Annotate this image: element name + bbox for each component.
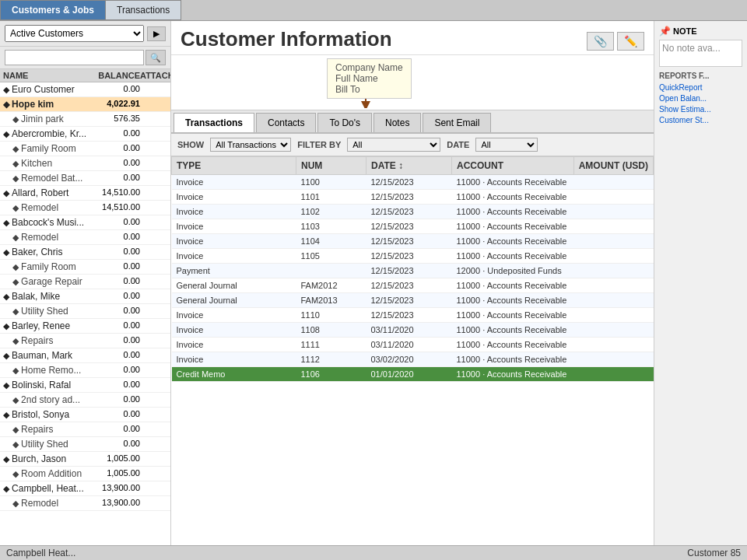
customer-stmt-link[interactable]: Customer St... <box>659 116 742 124</box>
list-item[interactable]: ◆ Abercrombie, Kr... 0.00 <box>0 127 170 142</box>
list-item[interactable]: ◆ Allard, Robert 14,510.00 <box>0 186 170 201</box>
list-item[interactable]: ◆ Utility Shed 0.00 <box>0 437 170 452</box>
list-item[interactable]: ◆ Family Room 0.00 <box>0 142 170 156</box>
list-item[interactable]: ◆ Remodel 13,900.00 <box>0 496 170 511</box>
table-row[interactable]: Invoice 1104 12/15/2023 11000 · Accounts… <box>172 234 654 249</box>
list-item[interactable]: ◆ Barley, Renee 0.00 <box>0 319 170 334</box>
col-num[interactable]: NUM <box>296 157 366 175</box>
paperclip-button[interactable]: 📎 <box>587 32 614 51</box>
tab-contacts[interactable]: Contacts <box>256 113 316 132</box>
table-row[interactable]: General Journal FAM2012 12/15/2023 11000… <box>172 278 654 293</box>
filter-select[interactable]: All <box>347 138 440 152</box>
table-row[interactable]: Invoice 1105 12/15/2023 11000 · Accounts… <box>172 249 654 264</box>
col-header-attach: ATTACH <box>140 71 167 80</box>
list-item[interactable]: ◆ Bristol, Sonya 0.00 <box>0 408 170 422</box>
list-item[interactable]: ◆ Utility Shed 0.00 <box>0 304 170 319</box>
table-row[interactable]: Invoice 1111 03/11/2020 11000 · Accounts… <box>172 338 654 352</box>
table-row[interactable]: Invoice 1112 03/02/2020 11000 · Accounts… <box>172 352 654 367</box>
list-item[interactable]: ◆ Kitchen 0.00 <box>0 156 170 171</box>
date-select[interactable]: All <box>475 138 538 152</box>
list-item[interactable]: ◆ Family Room 0.00 <box>0 260 170 275</box>
customer-list: ◆ Euro Customer 0.00 ◆ Hope kim 4,022.91… <box>0 82 170 545</box>
tab-todos[interactable]: To Do's <box>317 113 372 132</box>
table-row[interactable]: Invoice 1101 12/15/2023 11000 · Accounts… <box>172 190 654 205</box>
table-row[interactable]: Credit Memo 1106 01/01/2020 11000 · Acco… <box>172 367 654 382</box>
page-title: Customer Information <box>181 27 587 51</box>
col-header-name: NAME <box>3 71 89 80</box>
customer-count: Customer 85 <box>687 548 741 558</box>
transactions-table-container: TYPE NUM DATE ↕ ACCOUNT <box>171 156 654 545</box>
list-item[interactable]: ◆ Remodel 14,510.00 <box>0 201 170 215</box>
table-row[interactable]: Invoice 1108 03/11/2020 11000 · Accounts… <box>172 323 654 338</box>
table-row[interactable]: Invoice 1102 12/15/2023 11000 · Accounts… <box>172 205 654 219</box>
show-select[interactable]: All Transactions Invoices Payments Credi… <box>210 138 291 152</box>
list-item[interactable]: ◆ Remodel Bat... 0.00 <box>0 171 170 186</box>
list-item[interactable]: ◆ Garage Repair 0.00 <box>0 275 170 289</box>
list-item[interactable]: ◆ Campbell, Heat... 13,900.00 <box>0 481 170 496</box>
sidebar-filter-arrow[interactable]: ▶ <box>147 26 166 41</box>
list-item[interactable]: ◆ Home Remo... 0.00 <box>0 363 170 378</box>
list-item[interactable]: ◆ Euro Customer 0.00 <box>0 82 170 97</box>
col-date[interactable]: DATE ↕ <box>366 157 452 175</box>
filter-label: FILTER BY <box>297 140 341 149</box>
search-input[interactable] <box>5 50 144 65</box>
list-item[interactable]: ◆ Babcock's Musi... 0.00 <box>0 215 170 230</box>
list-item[interactable]: ◆ Burch, Jason 1,005.00 <box>0 452 170 467</box>
col-type[interactable]: TYPE <box>172 157 296 175</box>
list-item[interactable]: ◆ Bauman, Mark 0.00 <box>0 348 170 363</box>
list-item[interactable]: ◆ Hope kim 4,022.91 <box>0 97 170 112</box>
tab-transactions[interactable]: Transactions <box>106 0 181 20</box>
list-item[interactable]: ◆ Room Addition 1,005.00 <box>0 467 170 481</box>
date-label: DATE <box>447 140 469 149</box>
table-row[interactable]: Invoice 1103 12/15/2023 11000 · Accounts… <box>172 219 654 234</box>
open-balance-link[interactable]: Open Balan... <box>659 94 742 103</box>
tooltip-box: Company Name Full Name Bill To <box>327 58 412 99</box>
customer-filter-select[interactable]: Active Customers All Customers Custom Fi… <box>5 25 144 42</box>
center-content: Customer Information 📎 ✏️ Company Name F… <box>171 21 654 545</box>
tab-customers-jobs[interactable]: Customers & Jobs <box>0 0 106 20</box>
note-box[interactable]: No note ava... <box>659 40 742 67</box>
list-item[interactable]: ◆ Remodel 0.00 <box>0 230 170 245</box>
col-header-balance: BALANCE <box>89 71 140 80</box>
note-label: NOTE <box>673 26 697 36</box>
reports-label: REPORTS F... <box>659 72 742 80</box>
list-item[interactable]: ◆ 2nd story ad... 0.00 <box>0 393 170 408</box>
pin-icon: 📌 <box>659 26 671 37</box>
tab-notes[interactable]: Notes <box>374 113 421 132</box>
bottom-customer: Campbell Heat... <box>6 548 75 558</box>
tab-sent-email[interactable]: Sent Email <box>423 113 491 132</box>
show-label: SHOW <box>177 140 204 149</box>
pencil-button[interactable]: ✏️ <box>617 32 644 51</box>
quick-report-link[interactable]: QuickReport <box>659 83 742 92</box>
table-row[interactable]: General Journal FAM2013 12/15/2023 11000… <box>172 293 654 308</box>
tab-transactions-sub[interactable]: Transactions <box>174 113 254 132</box>
right-panel: 📌 NOTE No note ava... REPORTS F... Quick… <box>654 21 747 545</box>
col-amount[interactable]: AMOUNT (USD) <box>573 157 653 175</box>
table-row[interactable]: Invoice 1110 12/15/2023 11000 · Accounts… <box>172 308 654 323</box>
table-row[interactable]: Payment 12/15/2023 12000 · Undeposited F… <box>172 264 654 278</box>
list-item[interactable]: ◆ Bolinski, Rafal 0.00 <box>0 378 170 393</box>
list-item[interactable]: ◆ Repairs 0.00 <box>0 422 170 437</box>
table-row[interactable]: Invoice 1100 12/15/2023 11000 · Accounts… <box>172 175 654 190</box>
list-item[interactable]: ◆ Balak, Mike 0.00 <box>0 289 170 304</box>
list-item[interactable]: ◆ Baker, Chris 0.00 <box>0 245 170 260</box>
list-item[interactable]: ◆ Jimin park 576.35 <box>0 112 170 127</box>
list-item[interactable]: ◆ Repairs 0.00 <box>0 334 170 348</box>
show-estimates-link[interactable]: Show Estima... <box>659 105 742 114</box>
col-account[interactable]: ACCOUNT <box>452 157 574 175</box>
sidebar: Active Customers All Customers Custom Fi… <box>0 21 171 545</box>
search-button[interactable]: 🔍 <box>146 50 166 65</box>
status-bar: Campbell Heat... Customer 85 <box>0 545 747 560</box>
